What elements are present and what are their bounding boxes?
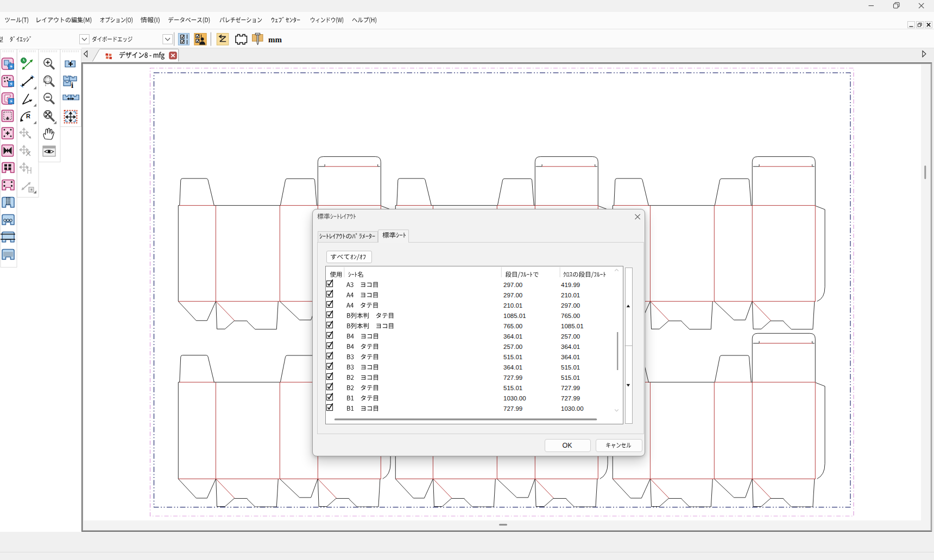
svg-text:364.01: 364.01	[561, 343, 580, 350]
svg-text:257.00: 257.00	[561, 333, 580, 340]
svg-text:210.01: 210.01	[561, 292, 580, 298]
svg-text:297.00: 297.00	[561, 302, 580, 309]
svg-text:1085.01: 1085.01	[503, 313, 526, 319]
svg-text:765.00: 765.00	[561, 313, 580, 319]
svg-text:765.00: 765.00	[503, 323, 522, 329]
svg-text:364.01: 364.01	[503, 333, 522, 340]
svg-text:1030.00: 1030.00	[503, 395, 526, 402]
svg-text:364.01: 364.01	[503, 364, 522, 371]
svg-text:257.00: 257.00	[503, 343, 522, 350]
svg-text:1085.01: 1085.01	[561, 323, 584, 329]
svg-text:515.01: 515.01	[561, 374, 580, 381]
svg-text:727.99: 727.99	[503, 374, 522, 381]
svg-text:364.01: 364.01	[561, 354, 580, 360]
svg-text:OK: OK	[562, 442, 572, 449]
svg-text:515.01: 515.01	[503, 354, 522, 360]
svg-text:727.99: 727.99	[561, 395, 580, 402]
svg-text:515.01: 515.01	[561, 364, 580, 371]
svg-text:515.01: 515.01	[503, 385, 522, 391]
svg-text:419.99: 419.99	[561, 282, 580, 288]
svg-text:297.00: 297.00	[503, 292, 522, 298]
svg-text:727.99: 727.99	[503, 405, 522, 412]
svg-text:727.99: 727.99	[561, 385, 580, 391]
svg-text:1030.00: 1030.00	[561, 405, 584, 412]
svg-text:210.01: 210.01	[503, 302, 522, 309]
svg-text:297.00: 297.00	[503, 282, 522, 288]
